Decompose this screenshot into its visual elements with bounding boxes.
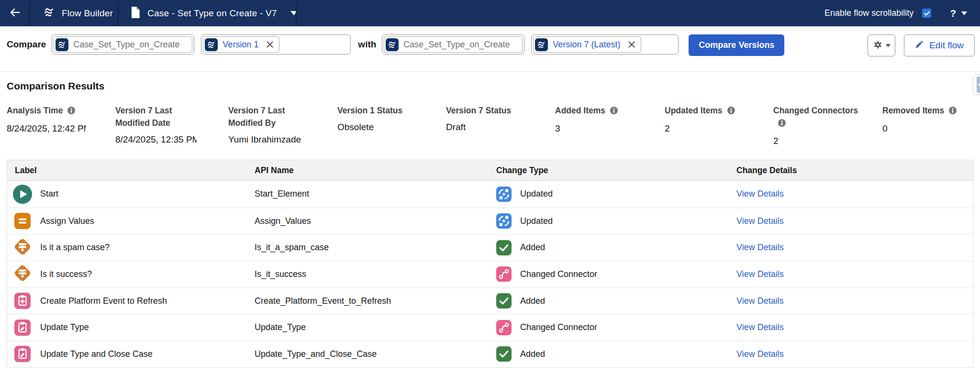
flow-builder-icon (43, 6, 56, 21)
flow-tab[interactable]: Case - Set Type on Create - V7 (118, 0, 296, 26)
header-divider (118, 2, 119, 26)
added-change-icon (496, 346, 512, 362)
row-change-type: Changed Connector (520, 269, 597, 279)
stat-item: Added Items 3 (555, 104, 665, 147)
column-header-label: Label (7, 165, 247, 176)
view-details-link[interactable]: View Details (736, 243, 784, 253)
compare-versions-button[interactable]: Compare Versions (689, 34, 784, 56)
help-button[interactable]: ? (950, 8, 956, 19)
row-api-name: Is_it_a_spam_case (247, 243, 489, 253)
version-select-left[interactable]: Version 1 (201, 34, 351, 55)
version-right-value: Version 7 (Latest) (553, 40, 620, 50)
row-api-name: Update_Type (247, 322, 489, 332)
flow-select-right-value: Case_Set_Type_on_Create (403, 40, 510, 50)
row-change-type: Added (520, 243, 545, 253)
stat-item: Version 1 Status Obsolete (337, 104, 446, 147)
version-left-value: Version 1 (223, 40, 258, 50)
row-api-name: Assign_Values (247, 216, 489, 226)
chevron-left-icon (977, 77, 980, 93)
gear-icon (873, 40, 883, 52)
info-icon (610, 106, 618, 118)
flow-pill-right: Case_Set_Type_on_Create (384, 36, 523, 53)
decision-icon (13, 238, 32, 257)
compare-toolbar: Compare Case_Set_Type_on_Create Version … (0, 26, 980, 72)
table-body: Start Start_Element Updated View Details (7, 181, 973, 367)
table-row: Start Start_Element Updated View Details (7, 181, 973, 208)
app-title: Flow Builder (62, 8, 113, 19)
added-change-icon (496, 240, 512, 255)
settings-button[interactable] (868, 34, 895, 56)
connector-change-icon (496, 320, 512, 335)
stats-row: Analysis Time 8/24/2025, 12:42 PM Versio… (7, 104, 980, 147)
stat-value: 8/24/2025, 12:35 PM (115, 134, 197, 145)
with-label: with (358, 34, 376, 55)
row-label: Start (40, 189, 58, 199)
flow-icon (386, 38, 399, 51)
column-header-change-type: Change Type (489, 165, 729, 176)
flow-select-left-value: Case_Set_Type_on_Create (73, 40, 179, 50)
remove-version-left-icon[interactable] (266, 41, 274, 48)
row-label: Create Platform Event to Refresh (40, 296, 167, 306)
header-divider (296, 2, 297, 26)
compare-label: Compare (7, 34, 46, 55)
info-icon (948, 106, 957, 118)
help-chevron-icon[interactable] (961, 11, 967, 15)
stat-label: Changed Connectors (773, 104, 864, 131)
view-details-link[interactable]: View Details (736, 349, 784, 359)
document-icon (130, 6, 141, 21)
back-button[interactable] (0, 0, 29, 26)
table-header-row: Label API Name Change Type Change Detail… (7, 160, 973, 181)
flow-select-right[interactable]: Case_Set_Type_on_Create (382, 34, 524, 55)
row-label: Assign Values (40, 216, 94, 226)
info-icon (67, 106, 76, 118)
flow-icon (535, 38, 548, 51)
column-header-change-details: Change Details (729, 165, 973, 176)
stat-label: Version 7 Status (446, 104, 537, 117)
added-change-icon (496, 293, 512, 309)
stat-value: 3 (555, 123, 646, 134)
decision-icon (13, 265, 32, 284)
row-label: Is it success? (40, 269, 92, 279)
version-pill-right: Version 7 (Latest) (533, 36, 641, 53)
remove-version-right-icon[interactable] (628, 41, 635, 48)
stat-value: 2 (665, 123, 755, 134)
header-divider (29, 2, 30, 26)
settings-chevron-icon (886, 44, 891, 47)
row-change-type: Changed Connector (520, 322, 597, 332)
row-label: Is it a spam case? (40, 243, 110, 253)
flow-icon (56, 38, 68, 51)
view-details-link[interactable]: View Details (736, 322, 784, 332)
stat-label: Removed Items (882, 104, 973, 118)
updated-change-icon (496, 187, 512, 202)
stat-item: Version 7 Last Modified Date 8/24/2025, … (115, 104, 228, 147)
scrollability-checkbox[interactable] (922, 9, 931, 18)
assignment-icon (13, 211, 32, 231)
row-label: Update Type and Close Case (40, 349, 153, 359)
info-icon (778, 118, 786, 131)
stat-value: Draft (446, 121, 537, 133)
column-header-api-name: API Name (247, 165, 489, 176)
collapse-panel-button[interactable] (973, 74, 980, 95)
updated-change-icon (496, 213, 512, 229)
stat-item: Version 7 Last Modified By Yumi Ibrahimz… (228, 104, 337, 147)
stat-value: Yumi Ibrahimzade (228, 134, 319, 145)
edit-flow-button[interactable]: Edit flow (904, 34, 975, 56)
table-row: Create Platform Event to Refresh Create_… (7, 287, 973, 314)
row-api-name: Create_Platform_Event_to_Refresh (247, 296, 489, 306)
app-title-section: Flow Builder (29, 0, 118, 26)
view-details-link[interactable]: View Details (736, 216, 784, 226)
table-row: Update Type and Close Case Update_Type_a… (7, 341, 973, 367)
flow-select-left[interactable]: Case_Set_Type_on_Create (52, 34, 194, 55)
view-details-link[interactable]: View Details (736, 269, 784, 279)
stat-item: Updated Items 2 (665, 104, 773, 147)
stat-value: 8/24/2025, 12:42 PM (7, 123, 86, 134)
stat-label: Analysis Time (7, 104, 86, 118)
view-details-link[interactable]: View Details (736, 296, 784, 306)
stat-label: Version 7 Last Modified By (228, 104, 319, 129)
version-select-right[interactable]: Version 7 (Latest) (531, 34, 679, 55)
view-details-link[interactable]: View Details (736, 189, 784, 199)
stat-item: Analysis Time 8/24/2025, 12:42 PM (7, 104, 115, 147)
check-icon (924, 10, 930, 17)
table-row: Is it a spam case? Is_it_a_spam_case Add… (7, 234, 973, 261)
results-title: Comparison Results (7, 80, 980, 92)
